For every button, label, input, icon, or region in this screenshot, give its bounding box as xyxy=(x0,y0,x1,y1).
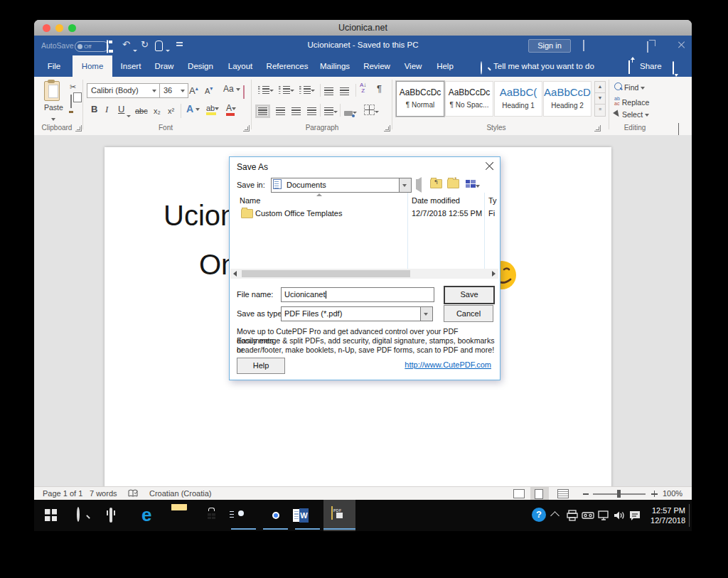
macos-titlebar[interactable]: Ucionica.net xyxy=(34,20,692,36)
paste-button[interactable]: Paste xyxy=(44,81,63,125)
tell-me-search[interactable]: Tell me what you want to do xyxy=(493,55,614,77)
cancel-button[interactable]: Cancel xyxy=(444,305,493,322)
language-indicator[interactable]: Croatian (Croatia) xyxy=(149,489,211,498)
tell-me-search-icon[interactable] xyxy=(481,62,482,75)
word-taskbar-icon[interactable]: W xyxy=(291,500,323,531)
save-in-dropdown-icon[interactable] xyxy=(399,178,411,192)
tab-review[interactable]: Review xyxy=(360,55,394,77)
multilevel-list-icon[interactable] xyxy=(299,84,315,97)
help-tray-icon[interactable]: ? xyxy=(532,508,546,522)
scrollbar-thumb[interactable] xyxy=(242,270,410,277)
network-tray-icon[interactable] xyxy=(597,509,610,522)
justify-icon[interactable] xyxy=(307,105,316,118)
increase-indent-icon[interactable] xyxy=(340,85,349,98)
zoom-in-icon[interactable] xyxy=(651,491,658,497)
font-color-button[interactable]: A xyxy=(226,103,236,116)
clipboard-dialog-launcher-icon[interactable] xyxy=(75,125,82,132)
comments-icon[interactable] xyxy=(673,62,674,75)
font-name-combo[interactable]: Calibri (Body) xyxy=(87,83,160,98)
tab-layout[interactable]: Layout xyxy=(223,55,257,77)
cutepdf-taskbar-icon[interactable]: PDF xyxy=(323,500,355,531)
styles-dialog-launcher-icon[interactable] xyxy=(594,125,601,132)
text-effects-button[interactable]: A xyxy=(186,103,200,114)
align-right-icon[interactable] xyxy=(291,105,301,118)
show-hidden-icons-icon[interactable] xyxy=(550,511,560,520)
zoom-level[interactable]: 100% xyxy=(663,489,682,498)
store-icon[interactable] xyxy=(196,500,228,531)
tab-design[interactable]: Design xyxy=(183,55,218,77)
underline-dropdown-icon[interactable] xyxy=(127,109,131,122)
column-header-modified[interactable]: Date modified xyxy=(412,196,460,205)
tab-help[interactable]: Help xyxy=(432,55,458,77)
grow-font-button[interactable]: A▴ xyxy=(189,83,198,97)
tab-file[interactable]: File xyxy=(40,55,68,77)
presentation-app-icon[interactable] xyxy=(228,500,259,531)
taskbar-search-icon[interactable] xyxy=(68,500,100,531)
word-count[interactable]: 7 words xyxy=(90,489,117,498)
highlight-button[interactable]: ab xyxy=(206,104,219,115)
tab-draw[interactable]: Draw xyxy=(149,55,179,77)
bold-button[interactable]: B xyxy=(91,104,97,115)
borders-icon[interactable] xyxy=(364,105,379,118)
dialog-close-icon[interactable] xyxy=(484,161,494,171)
notification-tray-icon[interactable] xyxy=(628,509,641,522)
window-restore-icon[interactable] xyxy=(647,43,648,51)
up-one-level-icon[interactable]: ↰ xyxy=(430,179,442,190)
font-dialog-launcher-icon[interactable] xyxy=(243,125,250,132)
copy-icon[interactable] xyxy=(70,95,72,108)
styles-gallery-more-icon[interactable]: ≡ xyxy=(594,104,606,117)
underline-button[interactable]: U xyxy=(118,104,124,115)
column-header-type[interactable]: Ty xyxy=(488,196,497,205)
numbered-list-icon[interactable] xyxy=(279,84,294,97)
font-size-combo[interactable]: 36 xyxy=(159,83,188,98)
column-header-name[interactable]: Name xyxy=(240,196,260,205)
read-mode-button[interactable] xyxy=(509,487,528,501)
line-spacing-icon[interactable] xyxy=(324,105,338,118)
tab-home[interactable]: Home xyxy=(73,55,112,77)
save-button[interactable]: Save xyxy=(444,286,495,304)
save-as-type-combo[interactable]: PDF Files (*.pdf) xyxy=(281,306,433,321)
horizontal-scrollbar[interactable] xyxy=(230,269,498,279)
cutepdf-link[interactable]: http://www.CutePDF.com xyxy=(405,360,491,369)
subscript-button[interactable]: x₂ xyxy=(154,105,161,117)
proofing-icon[interactable] xyxy=(128,489,138,498)
shrink-font-button[interactable]: A▾ xyxy=(205,83,213,97)
task-view-icon[interactable] xyxy=(100,500,132,531)
save-as-type-dropdown-icon[interactable] xyxy=(420,307,432,321)
style-no-spacing[interactable]: AaBbCcDc ¶ No Spac... xyxy=(445,81,493,117)
italic-button[interactable]: I xyxy=(105,104,108,115)
tab-references[interactable]: References xyxy=(263,55,311,77)
volume-tray-icon[interactable] xyxy=(613,509,626,522)
tab-view[interactable]: View xyxy=(400,55,427,77)
share-button[interactable]: Share xyxy=(640,55,668,77)
style-heading-1[interactable]: AaBbC( Heading 1 xyxy=(494,81,542,117)
scroll-right-icon[interactable] xyxy=(492,271,496,277)
file-list-row[interactable]: Custom Office Templates 12/7/2018 12:55 … xyxy=(230,207,498,220)
show-desktop-button[interactable] xyxy=(689,504,690,527)
paragraph-dialog-launcher-icon[interactable] xyxy=(384,125,390,132)
printer-tray-icon[interactable] xyxy=(566,509,579,522)
select-button[interactable]: Select xyxy=(614,110,649,119)
show-formatting-marks-button[interactable]: ¶ xyxy=(377,83,382,95)
view-menu-icon[interactable] xyxy=(466,180,480,190)
decrease-indent-icon[interactable] xyxy=(324,85,333,98)
change-case-button[interactable]: Aa xyxy=(223,83,240,95)
ribbon-display-options-icon[interactable] xyxy=(583,41,584,50)
align-left-icon[interactable] xyxy=(258,105,267,118)
print-layout-button[interactable] xyxy=(530,487,549,501)
file-explorer-icon[interactable] xyxy=(164,500,196,531)
save-in-combo[interactable]: Documents xyxy=(271,178,412,193)
web-layout-button[interactable] xyxy=(553,487,572,501)
taskbar-clock[interactable]: 12:57 PM 12/7/2018 xyxy=(644,505,685,525)
align-center-icon[interactable] xyxy=(276,105,285,118)
share-icon[interactable] xyxy=(628,61,630,74)
clear-formatting-icon[interactable] xyxy=(243,86,245,99)
strikethrough-button[interactable]: abc xyxy=(135,105,148,117)
back-icon[interactable] xyxy=(416,181,422,189)
tab-mailings[interactable]: Mailings xyxy=(316,55,354,77)
device-tray-icon[interactable] xyxy=(582,509,594,522)
style-normal[interactable]: AaBbCcDc ¶ Normal xyxy=(396,81,444,117)
tab-insert[interactable]: Insert xyxy=(115,55,146,77)
find-button[interactable]: Find xyxy=(614,82,645,92)
new-folder-icon[interactable]: * xyxy=(447,179,459,190)
